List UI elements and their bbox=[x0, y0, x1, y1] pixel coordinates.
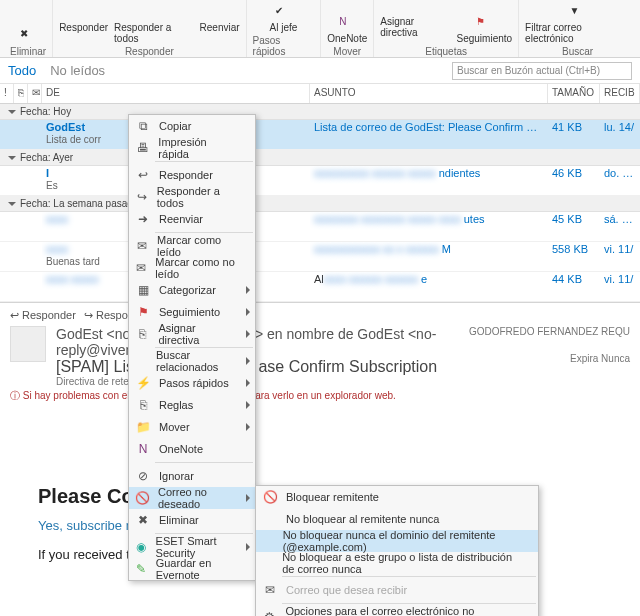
ctx-categorizar[interactable]: ▦Categorizar bbox=[129, 279, 255, 301]
ctx-reenviar[interactable]: ➜Reenviar bbox=[129, 208, 255, 230]
reading-reply-all[interactable]: ↪ Respon bbox=[84, 309, 134, 322]
ctx-buscar-relacionados[interactable]: Buscar relacionados bbox=[129, 350, 255, 372]
ctx-marcar-leido[interactable]: ✉Marcar como leído bbox=[129, 235, 255, 257]
message-row[interactable]: IEs xxxxxxxxxx xxxxxx xxxxx ndientes 46 … bbox=[0, 166, 640, 196]
ribbon-group-delete: ✖ Eliminar bbox=[4, 0, 53, 57]
col-recibido[interactable]: RECIB bbox=[600, 84, 640, 103]
aljefe-icon: ✔ bbox=[275, 5, 291, 21]
move-icon: 📁 bbox=[135, 419, 151, 435]
junk-bloquear[interactable]: 🚫Bloquear remitente bbox=[256, 486, 538, 508]
print-icon: 🖶 bbox=[135, 140, 150, 156]
onenote-icon: N bbox=[135, 441, 151, 457]
ctx-asignar-directiva[interactable]: ⎘Asignar directiva bbox=[129, 323, 255, 345]
group-hoy[interactable]: Fecha: Hoy bbox=[0, 104, 640, 120]
evernote-icon: ✎ bbox=[135, 561, 148, 577]
junk-no-bloquear-grupo[interactable]: No bloquear a este grupo o lista de dist… bbox=[256, 552, 538, 574]
ctx-eset[interactable]: ◉ESET Smart Security bbox=[129, 536, 255, 558]
copy-icon: ⧉ bbox=[135, 118, 151, 134]
ctx-onenote[interactable]: NOneNote bbox=[129, 438, 255, 460]
ctx-responder-todos[interactable]: ↪Responder a todos bbox=[129, 186, 255, 208]
filter-mail-button[interactable]: ▼Filtrar correo electrónico bbox=[525, 5, 630, 44]
reply-icon: ↩ bbox=[135, 167, 151, 183]
category-icon: ▦ bbox=[135, 282, 151, 298]
col-asunto[interactable]: ASUNTO bbox=[310, 84, 548, 103]
forward-icon: ➜ bbox=[135, 211, 151, 227]
delete-icon: ✖ bbox=[20, 28, 36, 44]
quickstep-icon: ⚡ bbox=[135, 375, 151, 391]
ctx-eliminar[interactable]: ✖Eliminar bbox=[129, 509, 255, 531]
ribbon-group-responder: Responder Responder a todos Reenviar Res… bbox=[53, 0, 246, 57]
eset-icon: ◉ bbox=[135, 539, 148, 555]
avatar bbox=[10, 326, 46, 362]
ribbon-group-mover: NOneNote Mover bbox=[321, 0, 374, 57]
ribbon-label-responder: Responder bbox=[125, 46, 174, 57]
forward-button[interactable]: Reenviar bbox=[200, 22, 240, 44]
search-input[interactable]: Buscar en Buzón actual (Ctrl+B) bbox=[452, 62, 632, 80]
ribbon-label-buscar: Buscar bbox=[562, 46, 593, 57]
reading-warning[interactable]: ⓘ Si hay problemas con el rnsaje, haga c… bbox=[10, 389, 630, 403]
column-headers: ! ⎘ ✉ DE ASUNTO TAMAÑO RECIB bbox=[0, 84, 640, 104]
policy-icon: ⎘ bbox=[135, 326, 150, 342]
ctx-ignorar[interactable]: ⊘Ignorar bbox=[129, 465, 255, 487]
col-attach[interactable]: ⎘ bbox=[14, 84, 28, 103]
unread-icon: ✉ bbox=[135, 260, 147, 276]
onenote-icon: N bbox=[339, 16, 355, 32]
delete-icon: ✖ bbox=[135, 512, 151, 528]
junk-opciones[interactable]: ⚙Opciones para el correo electrónico no … bbox=[256, 606, 538, 616]
ctx-marcar-no-leido[interactable]: ✉Marcar como no leído bbox=[129, 257, 255, 279]
delete-button[interactable]: ✖ bbox=[20, 28, 36, 44]
flag-icon: ⚑ bbox=[476, 16, 492, 32]
col-de[interactable]: DE bbox=[42, 84, 310, 103]
read-icon: ✉ bbox=[135, 238, 149, 254]
ribbon-group-quicksteps: ✔Al jefe Pasos rápidos bbox=[247, 0, 322, 57]
quickstep-al-jefe[interactable]: ✔Al jefe bbox=[270, 5, 298, 33]
ribbon-label-eliminar: Eliminar bbox=[10, 46, 46, 57]
reading-recipient: GODOFREDO FERNANDEZ REQU bbox=[469, 326, 630, 337]
ctx-seguimiento[interactable]: ⚑Seguimiento bbox=[129, 301, 255, 323]
junk-correo-desea[interactable]: ✉Correo que desea recibir bbox=[256, 579, 538, 601]
reply-button[interactable]: Responder bbox=[59, 22, 108, 44]
ctx-impresion[interactable]: 🖶Impresión rápida bbox=[129, 137, 255, 159]
rules-icon: ⎘ bbox=[135, 397, 151, 413]
reply-all-button[interactable]: Responder a todos bbox=[114, 22, 194, 44]
ctx-pasos-rapidos[interactable]: ⚡Pasos rápidos bbox=[129, 372, 255, 394]
onenote-button[interactable]: NOneNote bbox=[327, 16, 367, 44]
mail-icon: ✉ bbox=[262, 582, 278, 598]
flag-icon: ⚑ bbox=[135, 304, 151, 320]
junk-no-bloquear-dominio[interactable]: No bloquear nunca el dominio del remiten… bbox=[256, 530, 538, 552]
message-list: Fecha: Hoy GodEstLista de corr Lista de … bbox=[0, 104, 640, 302]
group-ayer[interactable]: Fecha: Ayer bbox=[0, 150, 640, 166]
col-tamano[interactable]: TAMAÑO bbox=[548, 84, 600, 103]
ctx-evernote[interactable]: ✎Guardar en Evernote bbox=[129, 558, 255, 580]
seguimiento-button[interactable]: ⚑Seguimiento bbox=[457, 16, 513, 44]
ctx-responder[interactable]: ↩Responder bbox=[129, 164, 255, 186]
ribbon-label-mover: Mover bbox=[333, 46, 361, 57]
junk-submenu: 🚫Bloquear remitente No bloquear al remit… bbox=[255, 485, 539, 616]
message-row[interactable]: xxxx xxxxxxxx xxxxxxxx xxxxx xxxx utes 4… bbox=[0, 212, 640, 242]
col-flag[interactable]: ! bbox=[0, 84, 14, 103]
reply-all-icon: ↪ bbox=[135, 189, 149, 205]
context-menu: ⧉Copiar 🖶Impresión rápida ↩Responder ↪Re… bbox=[128, 114, 256, 581]
ribbon-label-etiquetas: Etiquetas bbox=[425, 46, 467, 57]
ribbon: ✖ Eliminar Responder Responder a todos R… bbox=[0, 0, 640, 58]
message-row[interactable]: xxxx xxxxx Alxxxx xxxxxx xxxxxx e 44 KB … bbox=[0, 272, 640, 302]
block-icon: 🚫 bbox=[262, 489, 278, 505]
options-icon: ⚙ bbox=[262, 609, 277, 616]
message-row[interactable]: GodEstLista de corr Lista de correo de G… bbox=[0, 120, 640, 150]
ctx-copiar[interactable]: ⧉Copiar bbox=[129, 115, 255, 137]
message-row[interactable]: xxxxBuenas tard xxxxxxxxxxxx xx x xxxxxx… bbox=[0, 242, 640, 272]
ctx-reglas[interactable]: ⎘Reglas bbox=[129, 394, 255, 416]
reading-reply[interactable]: ↩ Responder bbox=[10, 309, 76, 322]
col-icon[interactable]: ✉ bbox=[28, 84, 42, 103]
filter-todo[interactable]: Todo bbox=[8, 63, 36, 78]
group-semana[interactable]: Fecha: La semana pasada bbox=[0, 196, 640, 212]
junk-no-bloquear-remitente[interactable]: No bloquear al remitente nunca bbox=[256, 508, 538, 530]
asignar-directiva-button[interactable]: Asignar directiva bbox=[380, 16, 450, 44]
reading-expira: Expira Nunca bbox=[469, 353, 630, 364]
filter-no-leidos[interactable]: No leídos bbox=[50, 63, 105, 78]
filter-bar: Todo No leídos Buscar en Buzón actual (C… bbox=[0, 58, 640, 84]
ctx-mover[interactable]: 📁Mover bbox=[129, 416, 255, 438]
ctx-correo-no-deseado[interactable]: 🚫Correo no deseado 🚫Bloquear remitente N… bbox=[129, 487, 255, 509]
ribbon-group-buscar: ▼Filtrar correo electrónico Buscar bbox=[519, 0, 636, 57]
ribbon-label-pasos: Pasos rápidos bbox=[253, 35, 315, 57]
